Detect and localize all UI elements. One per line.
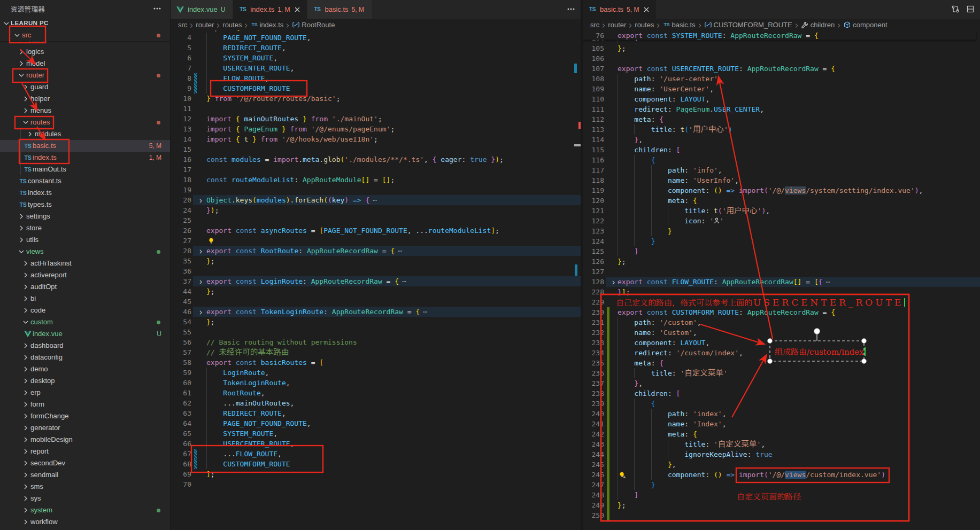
workspace-root-row[interactable]: LEARUN PC	[0, 18, 170, 29]
code-line-12[interactable]: 12import { mainOutRoutes } from './mainO…	[171, 114, 581, 124]
code-line-105[interactable]: 105};	[583, 43, 980, 53]
code-line-246[interactable]: 246 component: () => import('/@/views/cu…	[583, 470, 980, 480]
tree-item-actHiTaskinst[interactable]: actHiTaskinst	[0, 258, 170, 269]
code-line-242[interactable]: 242 meta: {	[583, 429, 980, 439]
code-line-64[interactable]: 64 PAGE_NOT_FOUND_ROUTE,	[171, 418, 581, 428]
code-line-230[interactable]: 230export const CUSTOMFORM_ROUTE: AppRou…	[583, 307, 980, 317]
code-line-117[interactable]: 117 path: 'info',	[583, 165, 980, 175]
tree-item-settings[interactable]: settings	[0, 211, 170, 222]
tree-item-locales[interactable]: locales	[0, 41, 170, 46]
code-line-27[interactable]: 27	[171, 236, 581, 246]
code-line-18[interactable]: 18const routeModuleList: AppRouteModule[…	[171, 175, 581, 185]
code-line-19[interactable]: 19	[171, 185, 581, 195]
tree-item-basic-ts[interactable]: TSbasic.ts5, M	[0, 140, 170, 152]
tab-index.ts[interactable]: TSindex.ts1, M	[233, 0, 307, 19]
tree-item-guard[interactable]: guard	[0, 81, 170, 93]
code-line-235[interactable]: 235 meta: {	[583, 358, 980, 368]
sticky-scroll-line[interactable]: 76export const SYSTEM_ROUTE: AppRouteRec…	[583, 30, 976, 40]
code-line-126[interactable]: 126};	[583, 256, 980, 267]
split-editor-icon[interactable]	[966, 5, 976, 14]
tree-item-activereport[interactable]: activereport	[0, 269, 170, 281]
code-line-44[interactable]: 44};	[171, 286, 581, 297]
tab-basic.ts[interactable]: TSbasic.ts5, M	[583, 0, 657, 19]
code-line-55[interactable]: 55	[171, 327, 581, 337]
tree-item-index-ts[interactable]: TSindex.ts	[0, 187, 170, 199]
code-line-26[interactable]: 26export const asyncRoutes = [PAGE_NOT_F…	[171, 225, 581, 236]
tree-item-sys[interactable]: sys	[0, 493, 170, 504]
code-line-37[interactable]: 37export const LoginRoute: AppRouteRecor…	[171, 276, 581, 286]
code-line-36[interactable]: 36	[171, 266, 581, 276]
tree-item-sendmail[interactable]: sendmail	[0, 469, 170, 481]
tree-item-index-vue[interactable]: index.vueU	[0, 328, 170, 340]
code-line-232[interactable]: 232 name: 'Custom',	[583, 328, 980, 338]
code-line-110[interactable]: 110 component: LAYOUT,	[583, 94, 980, 104]
tree-item-erp[interactable]: erp	[0, 387, 170, 399]
tree-item-desktop[interactable]: desktop	[0, 375, 170, 387]
breadcrumb-item-src[interactable]: src	[178, 21, 187, 29]
code-line-248[interactable]: 248 ]	[583, 490, 980, 500]
code-line-108[interactable]: 108 path: '/user-center',	[583, 74, 980, 84]
code-line-61[interactable]: 61 RootRoute,	[171, 388, 581, 398]
overview-ruler-right[interactable]	[973, 30, 980, 530]
code-line-236[interactable]: 236 title: '自定义菜单'	[583, 368, 980, 378]
tree-item-model[interactable]: model	[0, 58, 170, 69]
code-line-5[interactable]: 5 REDIRECT_ROUTE,	[171, 43, 581, 53]
tab-basic.ts[interactable]: TSbasic.ts5, M	[307, 0, 372, 19]
tree-item-menus[interactable]: menus	[0, 105, 170, 116]
code-line-57[interactable]: 57// 未经许可的基本路由	[171, 347, 581, 357]
close-icon[interactable]	[642, 5, 651, 14]
code-line-60[interactable]: 60 TokenLoginRoute,	[171, 378, 581, 388]
code-line-234[interactable]: 234 redirect: '/custom/index',	[583, 348, 980, 358]
editor-left[interactable]: 3import {4 PAGE_NOT_FOUND_ROUTE,5 REDIRE…	[171, 30, 581, 530]
code-line-119[interactable]: 119 component: () => import('/@/views/sy…	[583, 185, 980, 196]
sidebar-sash[interactable]	[170, 0, 171, 530]
code-line-128[interactable]: 128export const FLOW_ROUTE: AppRouteReco…	[583, 277, 980, 287]
tree-item-helper[interactable]: helper	[0, 93, 170, 105]
code-line-11[interactable]: 11	[171, 104, 581, 114]
tree-item-constant-ts[interactable]: TSconstant.ts	[0, 175, 170, 187]
editor-group-sash[interactable]	[581, 0, 583, 530]
breadcrumb-item-children[interactable]: children	[801, 21, 835, 29]
editor-right[interactable]: 104 ]105};106107export const USERCENTER_…	[583, 30, 980, 530]
breadcrumb-item-router[interactable]: router	[196, 21, 214, 29]
ellipsis-icon[interactable]	[567, 5, 576, 14]
code-line-62[interactable]: 62 ...mainOutRoutes,	[171, 398, 581, 408]
lightbulb-icon[interactable]	[207, 237, 215, 245]
code-line-111[interactable]: 111 redirect: PageEnum.USER_CENTER,	[583, 104, 980, 114]
close-icon[interactable]	[293, 5, 302, 14]
tree-item-custom[interactable]: custom	[0, 316, 170, 328]
tree-item-secondDev[interactable]: secondDev	[0, 457, 170, 469]
code-line-67[interactable]: 67 ...FLOW_ROUTE,	[171, 449, 581, 459]
code-line-231[interactable]: 231 path: '/custom',	[583, 317, 980, 328]
breadcrumb-item-src[interactable]: src	[590, 21, 599, 29]
code-line-69[interactable]: 69];	[171, 469, 581, 479]
fold-chevron-icon[interactable]	[197, 278, 204, 285]
code-line-124[interactable]: 124 }	[583, 236, 980, 246]
code-line-228[interactable]: 228}];	[583, 287, 980, 297]
code-line-4[interactable]: 4 PAGE_NOT_FOUND_ROUTE,	[171, 33, 581, 43]
code-line-16[interactable]: 16const modules = import.meta.glob('./mo…	[171, 154, 581, 165]
code-line-14[interactable]: 14import { t } from '/@/hooks/web/useI18…	[171, 134, 581, 144]
code-line-106[interactable]: 106	[583, 53, 980, 64]
tree-item-report[interactable]: report	[0, 446, 170, 457]
tree-item-system[interactable]: system	[0, 504, 170, 516]
tree-item-demo[interactable]: demo	[0, 363, 170, 375]
fold-chevron-icon[interactable]	[197, 308, 204, 315]
code-line-120[interactable]: 120 meta: {	[583, 196, 980, 206]
code-line-66[interactable]: 66 USERCENTER_ROUTE,	[171, 439, 581, 449]
code-line-45[interactable]: 45	[171, 297, 581, 307]
code-line-229[interactable]: 229	[583, 297, 980, 307]
code-line-59[interactable]: 59 LoginRoute,	[171, 368, 581, 378]
breadcrumb-item-basic.ts[interactable]: TSbasic.ts	[662, 20, 695, 29]
code-line-6[interactable]: 6 SYSTEM_ROUTE,	[171, 53, 581, 63]
code-line-70[interactable]: 70	[171, 479, 581, 489]
code-line-7[interactable]: 7 USERCENTER_ROUTE,	[171, 63, 581, 73]
breadcrumb-item-routes[interactable]: routes	[635, 21, 654, 29]
breadcrumb-item-CUSTOMFORM_ROUTE[interactable]: CUSTOMFORM_ROUTE	[704, 21, 792, 29]
tree-item-store[interactable]: store	[0, 222, 170, 234]
breadcrumb-item-index.ts[interactable]: TSindex.ts	[250, 20, 283, 29]
tree-item-dashboard[interactable]: dashboard	[0, 340, 170, 352]
code-line-245[interactable]: 245 },	[583, 459, 980, 470]
overview-ruler-left[interactable]	[573, 30, 581, 530]
tab-index.vue[interactable]: index.vueU	[171, 0, 233, 19]
